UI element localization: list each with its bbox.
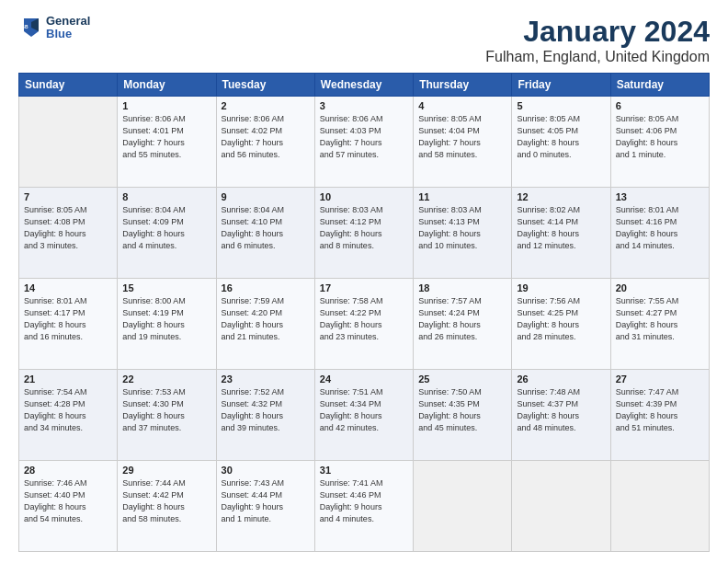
day-info: Sunrise: 8:06 AMSunset: 4:02 PMDaylight:… (222, 113, 310, 161)
day-number: 14 (24, 282, 112, 293)
day-number: 19 (517, 282, 605, 293)
day-number: 16 (222, 282, 310, 293)
calendar: SundayMondayTuesdayWednesdayThursdayFrid… (18, 73, 710, 552)
day-number: 28 (24, 465, 112, 476)
calendar-cell: 4Sunrise: 8:05 AMSunset: 4:04 PMDaylight… (414, 97, 512, 188)
calendar-cell: 22Sunrise: 7:53 AMSunset: 4:30 PMDayligh… (118, 370, 216, 461)
title-block: January 2024 Fulham, England, United Kin… (485, 15, 710, 65)
calendar-cell: 1Sunrise: 8:06 AMSunset: 4:01 PMDaylight… (118, 97, 216, 188)
calendar-cell: 7Sunrise: 8:05 AMSunset: 4:08 PMDaylight… (19, 188, 118, 279)
day-info: Sunrise: 7:53 AMSunset: 4:30 PMDaylight:… (122, 386, 210, 434)
day-number: 31 (320, 465, 408, 476)
day-info: Sunrise: 7:48 AMSunset: 4:37 PMDaylight:… (517, 386, 605, 434)
day-info: Sunrise: 8:00 AMSunset: 4:19 PMDaylight:… (122, 295, 210, 343)
calendar-cell: 14Sunrise: 8:01 AMSunset: 4:17 PMDayligh… (19, 279, 118, 370)
calendar-cell: 31Sunrise: 7:41 AMSunset: 4:46 PMDayligh… (314, 461, 413, 552)
calendar-cell: 26Sunrise: 7:48 AMSunset: 4:37 PMDayligh… (512, 370, 610, 461)
calendar-cell: 23Sunrise: 7:52 AMSunset: 4:32 PMDayligh… (216, 370, 314, 461)
day-info: Sunrise: 7:58 AMSunset: 4:22 PMDaylight:… (320, 295, 408, 343)
calendar-cell: 16Sunrise: 7:59 AMSunset: 4:20 PMDayligh… (216, 279, 314, 370)
svg-text:GB: GB (21, 24, 28, 29)
day-info: Sunrise: 8:06 AMSunset: 4:03 PMDaylight:… (320, 113, 408, 161)
calendar-cell: 20Sunrise: 7:55 AMSunset: 4:27 PMDayligh… (610, 279, 709, 370)
day-number: 20 (616, 282, 704, 293)
weekday-header-friday: Friday (512, 74, 610, 97)
day-info: Sunrise: 8:02 AMSunset: 4:14 PMDaylight:… (517, 204, 605, 252)
calendar-cell (610, 461, 709, 552)
day-info: Sunrise: 7:44 AMSunset: 4:42 PMDaylight:… (122, 477, 210, 525)
calendar-cell: 10Sunrise: 8:03 AMSunset: 4:12 PMDayligh… (314, 188, 413, 279)
day-number: 26 (517, 373, 605, 385)
day-info: Sunrise: 7:55 AMSunset: 4:27 PMDaylight:… (616, 295, 704, 343)
day-number: 11 (418, 191, 506, 202)
day-info: Sunrise: 7:41 AMSunset: 4:46 PMDaylight:… (320, 477, 408, 525)
day-number: 13 (616, 191, 704, 202)
day-info: Sunrise: 7:47 AMSunset: 4:39 PMDaylight:… (616, 386, 704, 434)
logo-line2: Blue (46, 28, 90, 40)
day-number: 1 (122, 100, 210, 111)
day-number: 22 (122, 373, 210, 385)
day-info: Sunrise: 7:43 AMSunset: 4:44 PMDaylight:… (222, 477, 310, 525)
day-number: 2 (222, 100, 310, 111)
day-number: 23 (222, 373, 310, 385)
month-title: January 2024 (485, 15, 710, 49)
day-number: 21 (24, 373, 112, 385)
day-info: Sunrise: 8:06 AMSunset: 4:01 PMDaylight:… (122, 113, 210, 161)
day-number: 8 (122, 191, 210, 202)
day-number: 5 (517, 100, 605, 111)
day-info: Sunrise: 8:05 AMSunset: 4:06 PMDaylight:… (616, 113, 704, 161)
day-info: Sunrise: 8:04 AMSunset: 4:09 PMDaylight:… (122, 204, 210, 252)
day-info: Sunrise: 8:04 AMSunset: 4:10 PMDaylight:… (222, 204, 310, 252)
day-info: Sunrise: 8:03 AMSunset: 4:12 PMDaylight:… (320, 204, 408, 252)
day-number: 27 (616, 373, 704, 385)
calendar-cell (19, 97, 118, 188)
calendar-cell: 15Sunrise: 8:00 AMSunset: 4:19 PMDayligh… (118, 279, 216, 370)
day-info: Sunrise: 8:03 AMSunset: 4:13 PMDaylight:… (418, 204, 506, 252)
weekday-header-wednesday: Wednesday (314, 74, 413, 97)
calendar-cell: 27Sunrise: 7:47 AMSunset: 4:39 PMDayligh… (610, 370, 709, 461)
calendar-cell: 17Sunrise: 7:58 AMSunset: 4:22 PMDayligh… (314, 279, 413, 370)
day-info: Sunrise: 7:46 AMSunset: 4:40 PMDaylight:… (24, 477, 112, 525)
calendar-cell: 29Sunrise: 7:44 AMSunset: 4:42 PMDayligh… (118, 461, 216, 552)
calendar-cell: 13Sunrise: 8:01 AMSunset: 4:16 PMDayligh… (610, 188, 709, 279)
day-info: Sunrise: 7:50 AMSunset: 4:35 PMDaylight:… (418, 386, 506, 434)
day-number: 30 (222, 465, 310, 476)
calendar-cell (512, 461, 610, 552)
weekday-header-sunday: Sunday (19, 74, 118, 97)
calendar-cell: 2Sunrise: 8:06 AMSunset: 4:02 PMDaylight… (216, 97, 314, 188)
weekday-header-saturday: Saturday (610, 74, 709, 97)
day-number: 15 (122, 282, 210, 293)
calendar-cell: 30Sunrise: 7:43 AMSunset: 4:44 PMDayligh… (216, 461, 314, 552)
day-number: 3 (320, 100, 408, 111)
day-info: Sunrise: 7:51 AMSunset: 4:34 PMDaylight:… (320, 386, 408, 434)
day-info: Sunrise: 8:05 AMSunset: 4:08 PMDaylight:… (24, 204, 112, 252)
day-number: 6 (616, 100, 704, 111)
day-number: 18 (418, 282, 506, 293)
day-info: Sunrise: 7:56 AMSunset: 4:25 PMDaylight:… (517, 295, 605, 343)
day-info: Sunrise: 8:01 AMSunset: 4:17 PMDaylight:… (24, 295, 112, 343)
calendar-cell: 12Sunrise: 8:02 AMSunset: 4:14 PMDayligh… (512, 188, 610, 279)
calendar-cell: 11Sunrise: 8:03 AMSunset: 4:13 PMDayligh… (414, 188, 512, 279)
day-number: 10 (320, 191, 408, 202)
day-number: 25 (418, 373, 506, 385)
day-info: Sunrise: 8:05 AMSunset: 4:05 PMDaylight:… (517, 113, 605, 161)
logo-line1: General (46, 15, 90, 28)
day-number: 12 (517, 191, 605, 202)
weekday-header-thursday: Thursday (414, 74, 512, 97)
location-title: Fulham, England, United Kingdom (485, 49, 710, 65)
calendar-cell (414, 461, 512, 552)
calendar-cell: 24Sunrise: 7:51 AMSunset: 4:34 PMDayligh… (314, 370, 413, 461)
day-number: 24 (320, 373, 408, 385)
logo: GB General Blue (18, 15, 90, 41)
weekday-header-monday: Monday (118, 74, 216, 97)
calendar-cell: 8Sunrise: 8:04 AMSunset: 4:09 PMDaylight… (118, 188, 216, 279)
day-info: Sunrise: 8:01 AMSunset: 4:16 PMDaylight:… (616, 204, 704, 252)
calendar-cell: 25Sunrise: 7:50 AMSunset: 4:35 PMDayligh… (414, 370, 512, 461)
calendar-cell: 3Sunrise: 8:06 AMSunset: 4:03 PMDaylight… (314, 97, 413, 188)
day-info: Sunrise: 7:57 AMSunset: 4:24 PMDaylight:… (418, 295, 506, 343)
day-number: 9 (222, 191, 310, 202)
calendar-cell: 19Sunrise: 7:56 AMSunset: 4:25 PMDayligh… (512, 279, 610, 370)
calendar-cell: 18Sunrise: 7:57 AMSunset: 4:24 PMDayligh… (414, 279, 512, 370)
calendar-cell: 5Sunrise: 8:05 AMSunset: 4:05 PMDaylight… (512, 97, 610, 188)
calendar-cell: 28Sunrise: 7:46 AMSunset: 4:40 PMDayligh… (19, 461, 118, 552)
